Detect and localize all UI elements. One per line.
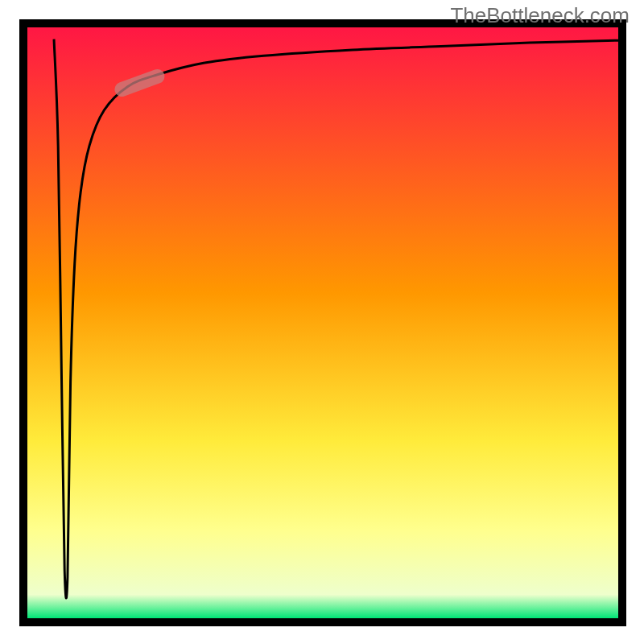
- chart-svg: [0, 0, 644, 644]
- watermark-text: TheBottleneck.com: [450, 3, 630, 28]
- bottleneck-chart: TheBottleneck.com: [0, 0, 644, 644]
- plot-background: [27, 27, 618, 618]
